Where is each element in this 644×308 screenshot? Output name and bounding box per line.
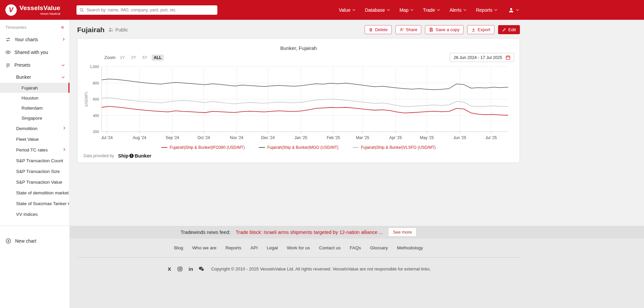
footer-link-blog[interactable]: Blog: [174, 245, 183, 250]
sidebar-item-sp-transaction-size[interactable]: S&P Transaction Size: [0, 166, 69, 177]
sidebar-item-shared-with-you[interactable]: Shared with you: [0, 46, 69, 59]
new-chart-button[interactable]: New chart: [0, 238, 69, 244]
footer-divider: [77, 257, 520, 258]
sidebar-item-vv-indices[interactable]: VV Indices: [0, 209, 69, 220]
export-button[interactable]: Export: [467, 25, 494, 34]
search-input[interactable]: [87, 8, 214, 12]
see-more-button[interactable]: See more: [388, 228, 416, 237]
chevron-down-icon: [353, 8, 355, 11]
delete-button[interactable]: Delete: [365, 25, 392, 34]
nav-alerts[interactable]: Alerts: [449, 7, 466, 13]
svg-text:Feb '25: Feb '25: [327, 135, 340, 140]
sidebar-item-houston[interactable]: Houston: [0, 93, 69, 103]
svg-text:Mar '25: Mar '25: [356, 135, 369, 140]
nav-trade[interactable]: Trade: [423, 7, 439, 13]
zoom-5y-button[interactable]: 5Y: [141, 55, 150, 61]
footer-link-api[interactable]: API: [250, 245, 258, 250]
instagram-icon[interactable]: [177, 266, 183, 272]
svg-text:Dec '24: Dec '24: [261, 135, 275, 140]
footer-link-contact-us[interactable]: Contact us: [319, 245, 341, 250]
sidebar-item-sp-transaction-value[interactable]: S&P Transaction Value: [0, 177, 69, 187]
footer-link-reports[interactable]: Reports: [225, 245, 241, 250]
edit-button[interactable]: Edit: [498, 25, 520, 34]
save-copy-button[interactable]: Save a copy: [425, 25, 464, 34]
footer-link-legal[interactable]: Legal: [267, 245, 278, 250]
sidebar-item-presets[interactable]: Presets: [0, 59, 69, 71]
svg-text:Jun '25: Jun '25: [453, 135, 467, 140]
wechat-icon[interactable]: [198, 266, 205, 272]
legend-swatch: [353, 147, 359, 148]
chevron-right-icon: [62, 38, 64, 40]
nav-reports[interactable]: Reports: [476, 7, 497, 13]
footer-link-who-we-are[interactable]: Who we are: [192, 245, 216, 250]
svg-text:200: 200: [93, 130, 99, 134]
legend-item-ifo380[interactable]: Fujairah|Ship & Bunker|IFO380 (USD/MT): [161, 145, 245, 150]
chevron-down-icon: [437, 8, 440, 11]
svg-text:Nov '24: Nov '24: [230, 135, 244, 140]
footer-link-glossary[interactable]: Glossary: [370, 245, 388, 250]
chevron-down-icon: [516, 8, 519, 11]
global-search[interactable]: [76, 5, 217, 15]
sidebar-item-fujairah[interactable]: Fujairah: [0, 83, 69, 93]
sidebar-item-your-charts[interactable]: Your charts: [0, 33, 69, 46]
pencil-icon: [502, 27, 506, 32]
chart-legend: Fujairah|Ship & Bunker|IFO380 (USD/MT) F…: [83, 145, 514, 150]
sidebar-collapse-button[interactable]: «: [61, 24, 64, 30]
sidebar-item-demolition[interactable]: Demolition: [0, 123, 69, 134]
legend-item-mgo[interactable]: Fujairah|Ship & Bunker|MGO (USD/MT): [259, 145, 338, 150]
list-icon: [5, 62, 11, 68]
svg-text:(USD/MT): (USD/MT): [85, 92, 88, 107]
trash-icon: [369, 27, 373, 32]
share-user-icon: [399, 27, 404, 32]
x-twitter-icon[interactable]: X: [166, 266, 172, 272]
plus-circle-icon: [5, 238, 11, 244]
zoom-2y-button[interactable]: 2Y: [129, 55, 138, 61]
nav-map[interactable]: Map: [399, 7, 413, 13]
sidebar-item-state-of-suezmax-tanker[interactable]: State of Suezmax Tanker m...: [0, 198, 69, 209]
nav-value[interactable]: Value: [339, 7, 355, 13]
timeseries-chart[interactable]: 2004006008001,000Jul '24Aug '24Sep '24Oc…: [83, 63, 514, 143]
calendar-icon: [505, 55, 511, 60]
visibility-badge: Public: [108, 27, 128, 33]
sidebar-item-fleet-value[interactable]: Fleet Value: [0, 134, 69, 144]
svg-text:Jul '24: Jul '24: [101, 135, 113, 140]
sidebar-item-state-of-demolition-market[interactable]: State of demolition market ...: [0, 187, 69, 198]
chevron-down-icon: [494, 8, 497, 11]
nav-database[interactable]: Database: [365, 7, 389, 13]
legend-swatch: [161, 147, 167, 148]
zoom-1y-button[interactable]: 1Y: [118, 55, 127, 61]
legend-item-vlsfo[interactable]: Fujairah|Ship & Bunker|VLSFO (USD/MT): [353, 145, 436, 150]
zoom-all-button[interactable]: ALL: [152, 55, 163, 61]
footer: Blog Who we are Reports API Legal Work f…: [70, 239, 644, 308]
footer-link-methodology[interactable]: Methodology: [397, 245, 423, 250]
footer-link-faqs[interactable]: FAQs: [350, 245, 361, 250]
svg-text:Jul '25: Jul '25: [485, 135, 497, 140]
chevron-down-icon: [62, 75, 64, 78]
legend-swatch: [259, 147, 265, 148]
page-title: Fujairah: [77, 26, 105, 34]
anchor-icon: [129, 153, 134, 158]
sidebar-item-sp-transaction-count[interactable]: S&P Transaction Count: [0, 155, 69, 166]
news-band: Tradewinds news feed: Trade block: Israe…: [70, 226, 644, 239]
sidebar-item-period-tc-rates[interactable]: Period TC rates: [0, 144, 69, 155]
svg-text:Jan '25: Jan '25: [294, 135, 308, 140]
linkedin-icon[interactable]: in: [187, 266, 194, 272]
svg-text:600: 600: [93, 97, 99, 101]
sidebar-item-singapore[interactable]: Singapore: [0, 113, 69, 123]
chevron-right-icon: [62, 126, 65, 129]
copyright-text: Copyright © 2010 - 2025 VesselsValue Ltd…: [211, 266, 431, 271]
brand-tagline: Veson Nautical: [40, 12, 60, 15]
search-icon: [79, 8, 84, 12]
brand[interactable]: V VesselsValue Veson Nautical: [5, 4, 69, 16]
main-area: Fujairah Public Delete Share: [70, 20, 644, 308]
sidebar-item-rotterdam[interactable]: Rotterdam: [0, 103, 69, 113]
news-feed-label: Tradewinds news feed:: [180, 230, 230, 235]
share-button[interactable]: Share: [395, 25, 422, 34]
download-icon: [471, 27, 476, 32]
footer-link-work-for-us[interactable]: Work for us: [287, 245, 310, 250]
news-headline-link[interactable]: Trade block: Israeli arms shipments targ…: [236, 230, 383, 235]
account-menu[interactable]: [508, 7, 519, 13]
sidebar-group-bunker[interactable]: Bunker: [0, 71, 69, 83]
date-range-picker[interactable]: 26 Jun 2024 - 17 Jul 2025: [450, 53, 514, 62]
chart-title: Bunker, Fujairah: [83, 45, 514, 51]
